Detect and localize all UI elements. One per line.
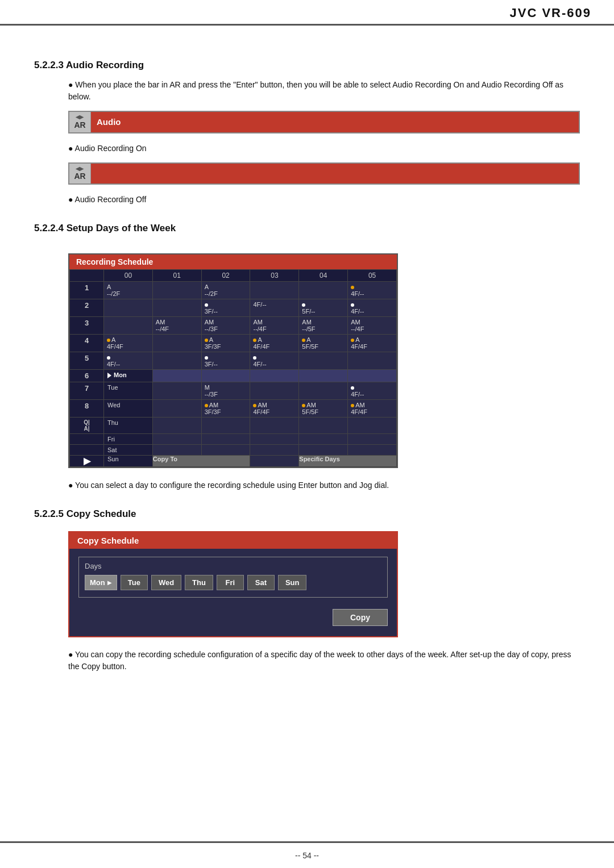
cell-sun-empty xyxy=(250,456,299,467)
cell-1-02: A--/2F xyxy=(201,282,250,299)
cell-sat-04 xyxy=(299,445,348,456)
table-row: Q|A| Thu xyxy=(70,418,397,434)
cell-4-00: A4F/4F xyxy=(104,335,153,352)
cell-1-00: A--/2F xyxy=(104,282,153,299)
col-header-03: 03 xyxy=(250,270,299,282)
cell-3-02: AM--/3F xyxy=(201,317,250,335)
day-label-thu: Thu xyxy=(104,418,153,434)
cell-3-00 xyxy=(104,317,153,335)
section-522-3-bullet1: When you place the bar in AR and press t… xyxy=(68,79,580,103)
cell-4-02: A3F/3F xyxy=(201,335,250,352)
table-row: 5 4F/-- 3F/-- 4F/-- xyxy=(70,352,397,370)
col-header-01: 01 xyxy=(152,270,201,282)
cell-8-04: AM5F/5F xyxy=(299,400,348,418)
table-row: Sat xyxy=(70,445,397,456)
day-btn-wed[interactable]: Wed xyxy=(151,575,181,590)
row-label-sun-arrow: ▶ xyxy=(70,456,104,467)
row-label-1: 1 xyxy=(70,282,104,299)
cell-5-00: 4F/-- xyxy=(104,352,153,370)
col-header-02: 02 xyxy=(201,270,250,282)
row-label-sat xyxy=(70,445,104,456)
bullet-on: Audio Recording On xyxy=(68,143,580,155)
day-label-sun: Sun xyxy=(104,456,153,467)
cell-6-04 xyxy=(299,370,348,382)
table-row: 6 Mon xyxy=(70,370,397,382)
day-buttons-row: Mon ▶ Tue Wed Thu Fri Sat Sun xyxy=(85,575,381,590)
day-btn-thu[interactable]: Thu xyxy=(185,575,213,590)
copy-schedule-body: Days Mon ▶ Tue Wed Thu Fri Sat Sun xyxy=(69,549,397,636)
table-row: 8 Wed AM3F/3F AM4F/4F AM5F/5F AM4F/4F xyxy=(70,400,397,418)
schedule-table: 00 01 02 03 04 05 1 A--/2F A--/2F xyxy=(69,269,397,467)
cell-1-03 xyxy=(250,282,299,299)
row-label-7: 7 xyxy=(70,382,104,400)
cell-8-02: AM3F/3F xyxy=(201,400,250,418)
row-label-4: 4 xyxy=(70,335,104,352)
ar-on-bar: ◀▶ AR xyxy=(68,162,580,185)
cell-3-01: AM--/4F xyxy=(152,317,201,335)
cell-fri-01 xyxy=(152,434,201,445)
copy-to-button[interactable]: Copy To xyxy=(152,456,250,467)
cell-6-01 xyxy=(152,370,201,382)
cell-1-05: 4F/-- xyxy=(348,282,397,299)
page-number: -- 54 -- xyxy=(295,851,319,860)
day-label-sat: Sat xyxy=(104,445,153,456)
cell-1-01 xyxy=(152,282,201,299)
schedule-title: Recording Schedule xyxy=(69,254,397,269)
cell-7-03 xyxy=(250,382,299,400)
cell-fri-02 xyxy=(201,434,250,445)
ar-label-top: ◀▶ AR xyxy=(69,112,91,132)
recording-schedule-box: Recording Schedule 00 01 02 03 04 05 xyxy=(68,253,398,468)
cell-7-02: M--/3F xyxy=(201,382,250,400)
table-row: 3 AM--/4F AM--/3F AM--/4F AM--/5F AM--/4… xyxy=(70,317,397,335)
ar-on-bar-body xyxy=(91,164,579,184)
cell-6-05 xyxy=(348,370,397,382)
cell-7-01 xyxy=(152,382,201,400)
day-label-wed: Wed xyxy=(104,400,153,418)
cell-8-03: AM4F/4F xyxy=(250,400,299,418)
ar-label-on: ◀▶ AR xyxy=(69,164,91,184)
section-522-4-heading: 5.2.2.4 Setup Days of the Week xyxy=(34,223,580,234)
day-btn-tue[interactable]: Tue xyxy=(121,575,148,590)
cell-fri-03 xyxy=(250,434,299,445)
row-label-6: 6 xyxy=(70,370,104,382)
cell-3-04: AM--/5F xyxy=(299,317,348,335)
day-label-fri: Fri xyxy=(104,434,153,445)
cell-fri-05 xyxy=(348,434,397,445)
specific-days-button[interactable]: Specific Days xyxy=(299,456,397,467)
section-522-3-heading: 5.2.2.3 Audio Recording xyxy=(34,60,580,71)
cell-fri-04 xyxy=(299,434,348,445)
cell-5-05 xyxy=(348,352,397,370)
col-header-rowlabel xyxy=(70,270,104,282)
cell-5-03: 4F/-- xyxy=(250,352,299,370)
cell-thu-02 xyxy=(201,418,250,434)
row-label-8: 8 xyxy=(70,400,104,418)
cell-2-00 xyxy=(104,299,153,317)
cell-thu-01 xyxy=(152,418,201,434)
cell-5-04 xyxy=(299,352,348,370)
day-btn-sun[interactable]: Sun xyxy=(278,575,307,590)
copy-schedule-box: Copy Schedule Days Mon ▶ Tue Wed Thu Fri xyxy=(68,531,398,637)
cell-sat-03 xyxy=(250,445,299,456)
cell-2-03: 4F/-- xyxy=(250,299,299,317)
cell-thu-04 xyxy=(299,418,348,434)
day-label-tue: Tue xyxy=(104,382,153,400)
day-btn-sat[interactable]: Sat xyxy=(247,575,275,590)
cell-sat-02 xyxy=(201,445,250,456)
bullet-off: Audio Recording Off xyxy=(68,194,580,206)
table-row: Fri xyxy=(70,434,397,445)
day-btn-fri[interactable]: Fri xyxy=(217,575,244,590)
cell-2-05: 4F/-- xyxy=(348,299,397,317)
bottom-bar: -- 54 -- xyxy=(0,841,614,868)
table-row-bottom: ▶ Sun Copy To Specific Days xyxy=(70,456,397,467)
copy-button[interactable]: Copy xyxy=(333,609,388,626)
brand-title: JVC VR-609 xyxy=(509,6,591,20)
cell-6-02 xyxy=(201,370,250,382)
cell-4-04: A5F/5F xyxy=(299,335,348,352)
table-row: 1 A--/2F A--/2F 4F/-- xyxy=(70,282,397,299)
day-btn-mon[interactable]: Mon xyxy=(90,578,105,587)
row-label-qi: Q|A| xyxy=(70,418,104,434)
col-header-04: 04 xyxy=(299,270,348,282)
row-label-2: 2 xyxy=(70,299,104,317)
day-label-mon: Mon xyxy=(104,370,153,382)
days-group-label-text: Days xyxy=(85,562,381,570)
